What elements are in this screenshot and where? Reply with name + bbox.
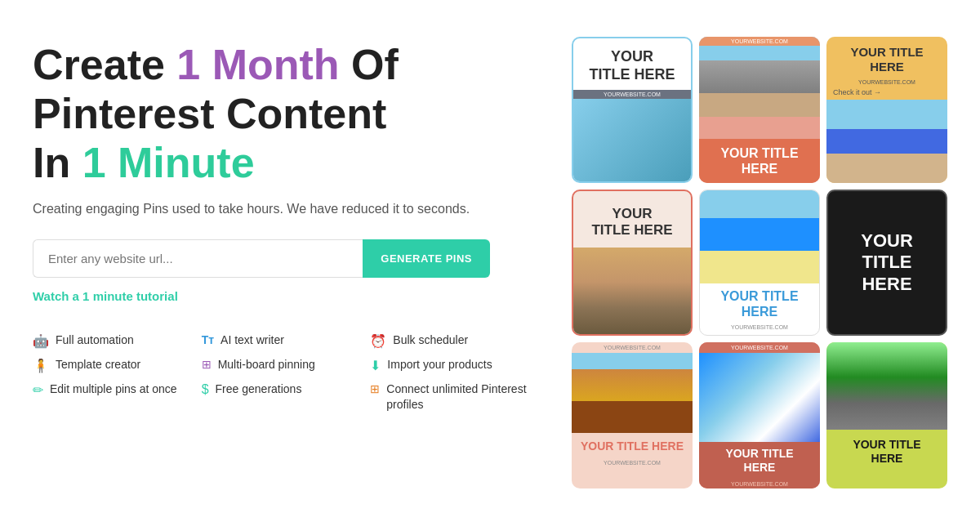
pin-title: YOUR TITLEHERE (826, 37, 947, 79)
dollar-icon: $ (202, 382, 209, 397)
pin-site: YOURWEBSITE.COM (573, 90, 691, 99)
pin-image (699, 353, 820, 442)
pin-card-7: YOURWEBSITE.COM YOUR TITLE HERE YOURWEBS… (572, 342, 693, 488)
feature-label: Edit multiple pins at once (50, 381, 177, 396)
feature-template-creator: 🧍 Template creator (33, 357, 202, 373)
feature-label: Import your products (387, 357, 492, 372)
pin-card-9: YOUR TITLEHERE (826, 342, 947, 488)
headline-part3: Pinterest Content (33, 90, 386, 137)
main-headline: Create 1 Month Of Pinterest Content In 1… (33, 41, 539, 187)
pin-site: YOURWEBSITE.COM (700, 324, 819, 335)
pin-image (826, 100, 947, 183)
pin-title: YOURTITLE HERE (573, 38, 691, 90)
pin-site-bottom: YOURWEBSITE.COM (572, 460, 693, 469)
robot-icon: 🤖 (33, 333, 49, 349)
feature-import-products: ⬇ Import your products (370, 357, 539, 373)
feature-multiboard: ⊞ Multi-board pinning (202, 357, 371, 373)
pin-image (826, 342, 947, 430)
text-icon: Tт (202, 333, 214, 346)
tutorial-link[interactable]: Watch a 1 minute tutorial (33, 289, 539, 303)
pin-title: YOURTITLEHERE (853, 214, 921, 311)
headline-part2: Of (340, 41, 399, 88)
grid2-icon: ⊞ (370, 382, 380, 395)
pin-title: YOUR TITLEHERE (700, 283, 819, 324)
feature-ai-text: Tт AI text writer (202, 332, 371, 349)
feature-full-automation: 🤖 Full automation (33, 332, 202, 349)
pin-image (700, 190, 819, 283)
pin-image (699, 37, 820, 117)
pin-card-8: YOURWEBSITE.COM YOUR TITLEHERE YOURWEBSI… (699, 342, 820, 488)
pin-site: YOURWEBSITE.COM (826, 79, 947, 88)
generate-pins-button[interactable]: GENERATE PINS (363, 239, 490, 278)
clock-icon: ⏰ (370, 333, 386, 349)
feature-label: Free generations (216, 381, 302, 396)
pin-title: YOUR TITLEHERE (846, 430, 927, 474)
feature-connect-pinterest: ⊞ Connect unlimited Pinterest profiles (370, 381, 539, 411)
pin-card-2: YOURWEBSITE.COM YOUR TITLEHERE (699, 37, 820, 183)
pin-site: YOURWEBSITE.COM (699, 37, 820, 46)
feature-label: Full automation (56, 332, 134, 347)
feature-bulk-scheduler: ⏰ Bulk scheduler (370, 332, 539, 349)
pin-card-1: YOURTITLE HERE YOURWEBSITE.COM (572, 37, 693, 183)
feature-label: Connect unlimited Pinterest profiles (386, 381, 539, 411)
pin-title: YOUR TITLEHERE (699, 442, 820, 480)
pin-card-3: YOUR TITLEHERE YOURWEBSITE.COM Check it … (826, 37, 947, 183)
headline-highlight2: 1 Minute (82, 139, 255, 186)
pin-grid: YOURTITLE HERE YOURWEBSITE.COM YOURWEBSI… (572, 33, 947, 488)
headline-part4: In (33, 139, 82, 186)
headline-highlight1: 1 Month (176, 41, 339, 88)
check-out-link: Check it out → (826, 88, 947, 100)
pin-site: YOURWEBSITE.COM (699, 342, 820, 353)
download-icon: ⬇ (370, 358, 381, 373)
person-icon: 🧍 (33, 358, 49, 373)
pin-card-4: YOURTITLE HERE (572, 190, 693, 336)
feature-label: Multi-board pinning (218, 357, 315, 372)
pencil-icon: ✏ (33, 382, 43, 398)
pin-card-5: YOUR TITLEHERE YOURWEBSITE.COM (699, 190, 820, 336)
url-input-row: GENERATE PINS (33, 239, 490, 278)
pin-site: YOURWEBSITE.COM (572, 342, 693, 353)
pin-title: YOUR TITLEHERE (699, 139, 820, 183)
pin-image (573, 248, 691, 334)
features-grid: 🤖 Full automation Tт AI text writer ⏰ Bu… (33, 332, 539, 411)
grid-icon: ⊞ (202, 358, 212, 371)
pin-image (572, 353, 693, 433)
feature-edit-pins: ✏ Edit multiple pins at once (33, 381, 202, 411)
feature-free-gen: $ Free generations (202, 381, 371, 411)
pin-title: YOURTITLE HERE (573, 191, 691, 248)
url-input[interactable] (33, 239, 363, 278)
headline-part1: Create (33, 41, 176, 88)
pin-title: YOUR TITLE HERE (572, 433, 693, 460)
feature-label: Template creator (56, 357, 140, 372)
feature-label: AI text writer (220, 332, 284, 347)
pin-site-bottom: YOURWEBSITE.COM (699, 480, 820, 488)
feature-label: Bulk scheduler (393, 332, 468, 347)
subheadline: Creating engaging Pins used to take hour… (33, 202, 539, 216)
pin-image (573, 99, 691, 181)
pin-card-6: YOURTITLEHERE (826, 190, 947, 336)
